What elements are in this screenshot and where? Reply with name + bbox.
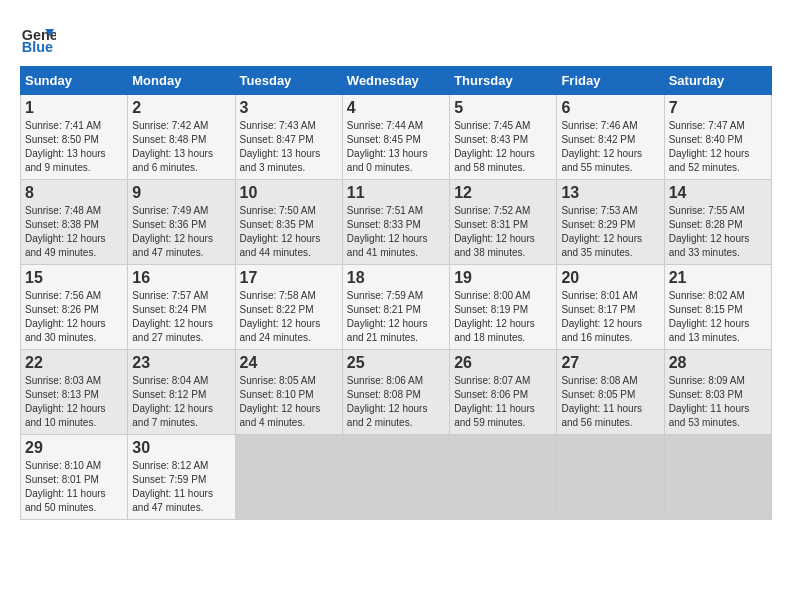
- day-number: 23: [132, 354, 230, 372]
- day-info: Sunrise: 8:06 AM Sunset: 8:08 PM Dayligh…: [347, 374, 445, 430]
- day-info: Sunrise: 7:46 AM Sunset: 8:42 PM Dayligh…: [561, 119, 659, 175]
- day-info: Sunrise: 7:41 AM Sunset: 8:50 PM Dayligh…: [25, 119, 123, 175]
- calendar-cell: [557, 435, 664, 520]
- day-info: Sunrise: 8:01 AM Sunset: 8:17 PM Dayligh…: [561, 289, 659, 345]
- calendar-cell: 19Sunrise: 8:00 AM Sunset: 8:19 PM Dayli…: [450, 265, 557, 350]
- svg-text:Blue: Blue: [22, 39, 53, 55]
- day-number: 3: [240, 99, 338, 117]
- day-info: Sunrise: 8:03 AM Sunset: 8:13 PM Dayligh…: [25, 374, 123, 430]
- calendar-week-4: 29Sunrise: 8:10 AM Sunset: 8:01 PM Dayli…: [21, 435, 772, 520]
- calendar-week-0: 1Sunrise: 7:41 AM Sunset: 8:50 PM Daylig…: [21, 95, 772, 180]
- calendar-cell: 11Sunrise: 7:51 AM Sunset: 8:33 PM Dayli…: [342, 180, 449, 265]
- day-info: Sunrise: 7:58 AM Sunset: 8:22 PM Dayligh…: [240, 289, 338, 345]
- calendar-cell: 8Sunrise: 7:48 AM Sunset: 8:38 PM Daylig…: [21, 180, 128, 265]
- day-info: Sunrise: 7:57 AM Sunset: 8:24 PM Dayligh…: [132, 289, 230, 345]
- day-number: 19: [454, 269, 552, 287]
- header-sunday: Sunday: [21, 67, 128, 95]
- day-number: 27: [561, 354, 659, 372]
- calendar-cell: 9Sunrise: 7:49 AM Sunset: 8:36 PM Daylig…: [128, 180, 235, 265]
- calendar-cell: 18Sunrise: 7:59 AM Sunset: 8:21 PM Dayli…: [342, 265, 449, 350]
- day-number: 14: [669, 184, 767, 202]
- calendar-cell: 3Sunrise: 7:43 AM Sunset: 8:47 PM Daylig…: [235, 95, 342, 180]
- day-number: 29: [25, 439, 123, 457]
- day-info: Sunrise: 7:51 AM Sunset: 8:33 PM Dayligh…: [347, 204, 445, 260]
- calendar-cell: 24Sunrise: 8:05 AM Sunset: 8:10 PM Dayli…: [235, 350, 342, 435]
- calendar-cell: 16Sunrise: 7:57 AM Sunset: 8:24 PM Dayli…: [128, 265, 235, 350]
- header-friday: Friday: [557, 67, 664, 95]
- calendar-cell: 12Sunrise: 7:52 AM Sunset: 8:31 PM Dayli…: [450, 180, 557, 265]
- calendar-cell: 28Sunrise: 8:09 AM Sunset: 8:03 PM Dayli…: [664, 350, 771, 435]
- day-number: 4: [347, 99, 445, 117]
- day-info: Sunrise: 7:42 AM Sunset: 8:48 PM Dayligh…: [132, 119, 230, 175]
- calendar-cell: 20Sunrise: 8:01 AM Sunset: 8:17 PM Dayli…: [557, 265, 664, 350]
- header-tuesday: Tuesday: [235, 67, 342, 95]
- calendar-table: SundayMondayTuesdayWednesdayThursdayFrid…: [20, 66, 772, 520]
- day-number: 20: [561, 269, 659, 287]
- calendar-cell: 5Sunrise: 7:45 AM Sunset: 8:43 PM Daylig…: [450, 95, 557, 180]
- day-number: 18: [347, 269, 445, 287]
- calendar-cell: 27Sunrise: 8:08 AM Sunset: 8:05 PM Dayli…: [557, 350, 664, 435]
- calendar-cell: 4Sunrise: 7:44 AM Sunset: 8:45 PM Daylig…: [342, 95, 449, 180]
- calendar-cell: 15Sunrise: 7:56 AM Sunset: 8:26 PM Dayli…: [21, 265, 128, 350]
- day-info: Sunrise: 7:43 AM Sunset: 8:47 PM Dayligh…: [240, 119, 338, 175]
- header-monday: Monday: [128, 67, 235, 95]
- day-info: Sunrise: 8:09 AM Sunset: 8:03 PM Dayligh…: [669, 374, 767, 430]
- calendar-cell: 26Sunrise: 8:07 AM Sunset: 8:06 PM Dayli…: [450, 350, 557, 435]
- day-info: Sunrise: 8:04 AM Sunset: 8:12 PM Dayligh…: [132, 374, 230, 430]
- day-number: 11: [347, 184, 445, 202]
- calendar-cell: 1Sunrise: 7:41 AM Sunset: 8:50 PM Daylig…: [21, 95, 128, 180]
- calendar-cell: 30Sunrise: 8:12 AM Sunset: 7:59 PM Dayli…: [128, 435, 235, 520]
- header-thursday: Thursday: [450, 67, 557, 95]
- day-number: 12: [454, 184, 552, 202]
- header-saturday: Saturday: [664, 67, 771, 95]
- day-number: 6: [561, 99, 659, 117]
- day-info: Sunrise: 7:55 AM Sunset: 8:28 PM Dayligh…: [669, 204, 767, 260]
- day-info: Sunrise: 8:08 AM Sunset: 8:05 PM Dayligh…: [561, 374, 659, 430]
- day-info: Sunrise: 7:59 AM Sunset: 8:21 PM Dayligh…: [347, 289, 445, 345]
- calendar-cell: 17Sunrise: 7:58 AM Sunset: 8:22 PM Dayli…: [235, 265, 342, 350]
- day-info: Sunrise: 7:56 AM Sunset: 8:26 PM Dayligh…: [25, 289, 123, 345]
- calendar-cell: 6Sunrise: 7:46 AM Sunset: 8:42 PM Daylig…: [557, 95, 664, 180]
- calendar-cell: 13Sunrise: 7:53 AM Sunset: 8:29 PM Dayli…: [557, 180, 664, 265]
- day-number: 24: [240, 354, 338, 372]
- day-info: Sunrise: 7:52 AM Sunset: 8:31 PM Dayligh…: [454, 204, 552, 260]
- day-info: Sunrise: 7:53 AM Sunset: 8:29 PM Dayligh…: [561, 204, 659, 260]
- calendar-cell: 7Sunrise: 7:47 AM Sunset: 8:40 PM Daylig…: [664, 95, 771, 180]
- day-number: 13: [561, 184, 659, 202]
- day-number: 10: [240, 184, 338, 202]
- day-number: 17: [240, 269, 338, 287]
- day-info: Sunrise: 8:07 AM Sunset: 8:06 PM Dayligh…: [454, 374, 552, 430]
- day-info: Sunrise: 8:12 AM Sunset: 7:59 PM Dayligh…: [132, 459, 230, 515]
- day-info: Sunrise: 7:50 AM Sunset: 8:35 PM Dayligh…: [240, 204, 338, 260]
- day-info: Sunrise: 8:02 AM Sunset: 8:15 PM Dayligh…: [669, 289, 767, 345]
- day-info: Sunrise: 8:00 AM Sunset: 8:19 PM Dayligh…: [454, 289, 552, 345]
- day-number: 2: [132, 99, 230, 117]
- day-info: Sunrise: 7:47 AM Sunset: 8:40 PM Dayligh…: [669, 119, 767, 175]
- calendar-cell: [342, 435, 449, 520]
- day-info: Sunrise: 7:48 AM Sunset: 8:38 PM Dayligh…: [25, 204, 123, 260]
- day-number: 15: [25, 269, 123, 287]
- day-number: 22: [25, 354, 123, 372]
- day-number: 1: [25, 99, 123, 117]
- day-number: 21: [669, 269, 767, 287]
- day-number: 16: [132, 269, 230, 287]
- calendar-week-2: 15Sunrise: 7:56 AM Sunset: 8:26 PM Dayli…: [21, 265, 772, 350]
- calendar-cell: [450, 435, 557, 520]
- day-info: Sunrise: 7:45 AM Sunset: 8:43 PM Dayligh…: [454, 119, 552, 175]
- calendar-cell: 21Sunrise: 8:02 AM Sunset: 8:15 PM Dayli…: [664, 265, 771, 350]
- day-number: 28: [669, 354, 767, 372]
- logo: General Blue: [20, 20, 56, 56]
- calendar-cell: [664, 435, 771, 520]
- day-info: Sunrise: 8:10 AM Sunset: 8:01 PM Dayligh…: [25, 459, 123, 515]
- calendar-cell: 14Sunrise: 7:55 AM Sunset: 8:28 PM Dayli…: [664, 180, 771, 265]
- day-number: 5: [454, 99, 552, 117]
- day-number: 8: [25, 184, 123, 202]
- header: General Blue: [20, 20, 772, 56]
- calendar-cell: 22Sunrise: 8:03 AM Sunset: 8:13 PM Dayli…: [21, 350, 128, 435]
- day-info: Sunrise: 8:05 AM Sunset: 8:10 PM Dayligh…: [240, 374, 338, 430]
- day-number: 9: [132, 184, 230, 202]
- day-number: 25: [347, 354, 445, 372]
- day-info: Sunrise: 7:44 AM Sunset: 8:45 PM Dayligh…: [347, 119, 445, 175]
- calendar-week-3: 22Sunrise: 8:03 AM Sunset: 8:13 PM Dayli…: [21, 350, 772, 435]
- calendar-header-row: SundayMondayTuesdayWednesdayThursdayFrid…: [21, 67, 772, 95]
